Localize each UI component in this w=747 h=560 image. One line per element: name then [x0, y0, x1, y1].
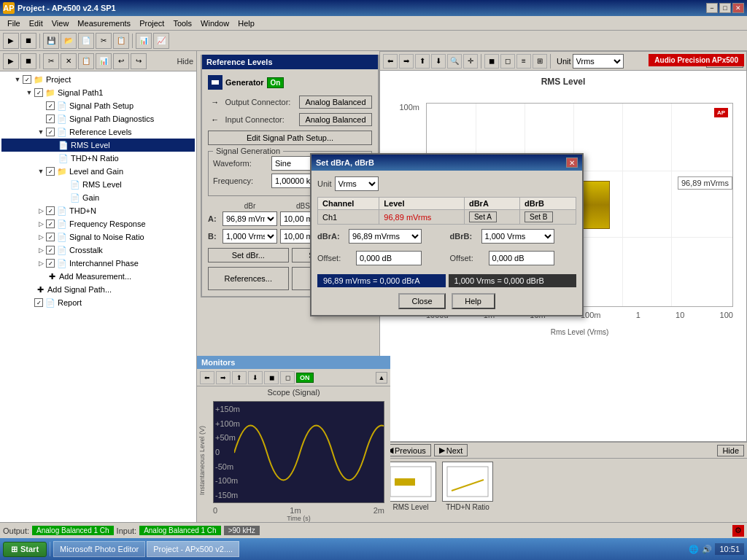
menu-tools[interactable]: Tools — [169, 18, 196, 29]
menu-window[interactable]: Window — [196, 18, 233, 29]
checkbox[interactable]: ✓ — [46, 233, 55, 241]
sidebar-btn-5[interactable]: 📋 — [78, 53, 94, 69]
set-dbr-button[interactable]: Set dBr... — [208, 248, 289, 262]
chart-btn-2[interactable]: ➡ — [399, 54, 414, 69]
chart-cursor-btn[interactable]: ✛ — [463, 54, 478, 69]
toolbar-btn-4[interactable]: 📂 — [61, 33, 77, 49]
toolbar-btn-9[interactable]: 📈 — [153, 33, 169, 49]
set-b-button[interactable]: Set B — [525, 211, 552, 222]
tree-item-interchannel[interactable]: ▷ ✓ 📄 Interchannel Phase — [1, 257, 195, 270]
thumb-item-thdn[interactable]: THD+N Ratio — [442, 462, 493, 511]
menu-project[interactable]: Project — [135, 18, 169, 29]
checkbox[interactable]: ✓ — [34, 88, 43, 97]
checkbox[interactable]: ✓ — [46, 259, 55, 268]
tree-item-reference-levels[interactable]: ▼ ✓ 📄 Reference Levels — [1, 125, 195, 139]
maximize-button[interactable]: □ — [719, 3, 731, 13]
dialog-close-icon[interactable]: ✕ — [566, 158, 578, 168]
tree-item-rms-level-2[interactable]: 📄 RMS Level — [1, 178, 195, 191]
checkbox[interactable]: ✓ — [46, 128, 55, 136]
menu-measurements[interactable]: Measurements — [73, 18, 135, 29]
mon-btn-5[interactable]: ◼ — [264, 371, 279, 384]
monitors-collapse-btn[interactable]: ▲ — [376, 372, 387, 384]
taskbar-item-photo-editor[interactable]: Microsoft Photo Editor — [53, 541, 145, 557]
dbrb-select[interactable]: 1,000 Vrms — [481, 229, 554, 244]
dbra-select[interactable]: 96,89 mVrms — [349, 229, 422, 244]
tree-item-rms-level-selected[interactable]: 📄 RMS Level — [1, 139, 195, 152]
tree-item-thdn-ratio[interactable]: 📄 THD+N Ratio — [1, 152, 195, 165]
mon-btn-1[interactable]: ⬅ — [200, 371, 214, 384]
mon-btn-6[interactable]: ◻ — [280, 371, 295, 384]
tree-item-level-gain[interactable]: ▼ ✓ 📁 Level and Gain — [1, 165, 195, 178]
thumb-item-rms[interactable]: RMS Level — [385, 462, 436, 511]
checkbox[interactable]: ✓ — [46, 219, 55, 228]
output-connector-button[interactable]: Analog Balanced — [299, 96, 372, 109]
chart-btn-5[interactable]: ◼ — [484, 54, 499, 69]
status-icon[interactable]: ⚙ — [732, 525, 744, 537]
input-connector-button[interactable]: Analog Balanced — [299, 113, 372, 126]
sidebar-btn-6[interactable]: 📊 — [96, 53, 112, 69]
tree-item-project[interactable]: ▼ ✓ 📁 Project — [1, 73, 195, 86]
tree-item-signal-path1[interactable]: ▼ ✓ 📁 Signal Path1 — [1, 86, 195, 99]
tree-item-report[interactable]: ✓ 📄 Report — [1, 296, 195, 309]
mon-btn-4[interactable]: ⬇ — [248, 371, 263, 384]
toolbar-btn-7[interactable]: 📋 — [113, 33, 129, 49]
generator-on-badge[interactable]: On — [267, 77, 285, 88]
tree-item-add-measurement[interactable]: ✚ Add Measurement... — [1, 270, 195, 283]
start-button[interactable]: ⊞ Start — [3, 542, 47, 557]
tree-item-thdn[interactable]: ▷ ✓ 📄 THD+N — [1, 204, 195, 217]
set-a-button[interactable]: Set A — [469, 211, 497, 222]
close-button[interactable]: ✕ — [732, 3, 744, 13]
sidebar-btn-7[interactable]: ↩ — [113, 53, 129, 69]
tree-item-freq-response[interactable]: ▷ ✓ 📄 Frequency Response — [1, 217, 195, 230]
toolbar-btn-6[interactable]: ✂ — [96, 33, 112, 49]
chart-btn-8[interactable]: ⊞ — [533, 54, 547, 69]
toolbar-btn-8[interactable]: 📊 — [136, 33, 152, 49]
mon-btn-2[interactable]: ➡ — [216, 371, 231, 384]
chart-btn-4[interactable]: ⬇ — [431, 54, 446, 69]
dialog-unit-select[interactable]: Vrms — [335, 176, 379, 191]
a-dbr-select[interactable]: 96,89 mVrms — [222, 211, 277, 226]
toolbar-btn-1[interactable]: ▶ — [3, 33, 19, 49]
sidebar-btn-1[interactable]: ▶ — [3, 53, 19, 69]
tree-item-gain[interactable]: 📄 Gain — [1, 191, 195, 204]
checkbox[interactable]: ✓ — [46, 101, 55, 110]
edit-signal-path-button[interactable]: Edit Signal Path Setup... — [208, 131, 372, 145]
chart-zoom-btn[interactable]: 🔍 — [447, 54, 462, 69]
close-button[interactable]: Close — [398, 293, 445, 309]
chart-btn-6[interactable]: ◻ — [500, 54, 515, 69]
toolbar-btn-3[interactable]: 💾 — [43, 33, 59, 49]
chart-btn-7[interactable]: ≡ — [516, 54, 531, 69]
menu-help[interactable]: Help — [233, 18, 259, 29]
chart-btn-3[interactable]: ⬆ — [415, 54, 430, 69]
checkbox[interactable]: ✓ — [34, 298, 43, 307]
checkbox[interactable]: ✓ — [46, 167, 55, 176]
sidebar-hide-btn[interactable]: Hide — [177, 57, 193, 66]
unit-select[interactable]: Vrms — [573, 54, 624, 69]
monitors-on-btn[interactable]: ON — [296, 373, 314, 383]
sidebar-btn-8[interactable]: ↪ — [131, 53, 147, 69]
help-button[interactable]: Help — [452, 293, 495, 309]
tree-item-signal-path-setup[interactable]: ✓ 📄 Signal Path Setup — [1, 99, 195, 112]
chart-btn-1[interactable]: ⬅ — [383, 54, 398, 69]
sidebar-btn-3[interactable]: ✂ — [43, 53, 59, 69]
checkbox[interactable]: ✓ — [46, 246, 55, 254]
toolbar-btn-2[interactable]: ⏹ — [20, 33, 36, 49]
offset-a-input[interactable] — [356, 251, 422, 265]
offset-b-input[interactable] — [489, 251, 554, 265]
tree-item-add-signal-path[interactable]: ✚ Add Signal Path... — [1, 283, 195, 296]
checkbox[interactable]: ✓ — [23, 75, 31, 84]
references-button[interactable]: References... — [208, 267, 289, 290]
menu-view[interactable]: View — [47, 18, 74, 29]
menu-edit[interactable]: Edit — [25, 18, 47, 29]
b-dbr-select[interactable]: 1,000 Vrms — [222, 229, 277, 244]
sidebar-btn-2[interactable]: ⏹ — [20, 53, 36, 69]
tree-item-crosstalk[interactable]: ▷ ✓ 📄 Crosstalk — [1, 244, 195, 257]
toolbar-btn-5[interactable]: 📄 — [78, 33, 94, 49]
checkbox[interactable]: ✓ — [46, 206, 55, 215]
sidebar-btn-4[interactable]: ✕ — [61, 53, 77, 69]
minimize-button[interactable]: − — [706, 3, 718, 13]
tree-item-signal-path-diag[interactable]: ✓ 📄 Signal Path Diagnostics — [1, 112, 195, 125]
checkbox[interactable]: ✓ — [46, 114, 55, 123]
taskbar-item-apx500[interactable]: Project - APx500 v2.... — [147, 541, 239, 557]
tree-item-snr[interactable]: ▷ ✓ 📄 Signal to Noise Ratio — [1, 230, 195, 244]
